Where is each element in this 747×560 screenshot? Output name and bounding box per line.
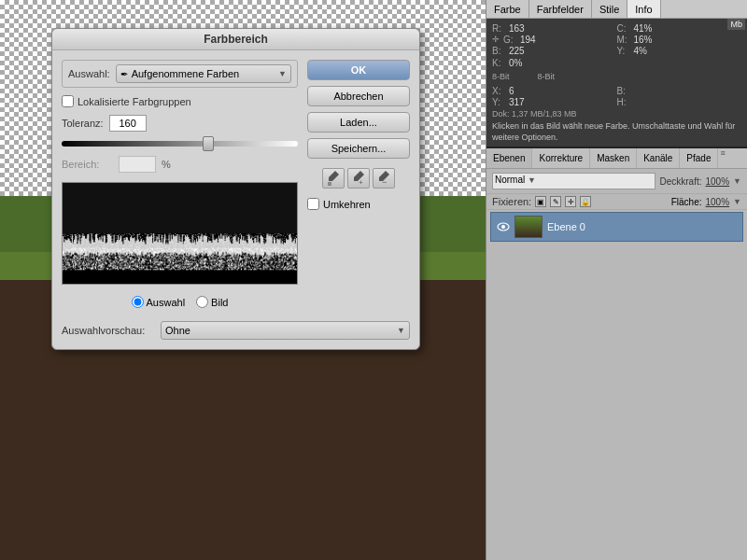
eyedropper-icon: ✒ bbox=[120, 69, 128, 79]
lokalisierte-label: Lokalisierte Farbgruppen bbox=[78, 96, 191, 107]
lokalisierte-row: Lokalisierte Farbgruppen bbox=[62, 95, 298, 107]
eyedropper-row: + − bbox=[307, 168, 410, 189]
tab-info[interactable]: Info bbox=[627, 0, 660, 18]
k-label: K: bbox=[492, 58, 505, 68]
radio-auswahl-input[interactable] bbox=[132, 296, 144, 308]
vorschau-label: Auswahlvorschau: bbox=[62, 325, 155, 336]
k-value: 0% bbox=[509, 58, 522, 68]
layer-name: Ebene 0 bbox=[547, 221, 737, 232]
eyedropper1-button[interactable] bbox=[322, 168, 345, 189]
b-label: B: bbox=[492, 46, 505, 56]
opacity-value[interactable]: 100% bbox=[706, 176, 730, 187]
g-value: 194 bbox=[520, 35, 536, 45]
flache-value[interactable]: 100% bbox=[706, 197, 730, 207]
blend-mode-arrow-icon: ▼ bbox=[528, 175, 536, 185]
dialog-title: Farbbereich bbox=[52, 29, 419, 50]
dialog-right: OK Abbrechen Laden... Speichern... + − U… bbox=[307, 60, 410, 310]
svg-rect-2 bbox=[328, 182, 331, 186]
b-value: 225 bbox=[509, 46, 525, 56]
mb-badge: Mb bbox=[727, 19, 745, 30]
toleranz-slider-track[interactable] bbox=[62, 141, 298, 147]
h-label: H: bbox=[617, 97, 630, 107]
umkehren-row: Umkehren bbox=[307, 198, 410, 210]
opacity-arrow-icon[interactable]: ▼ bbox=[733, 176, 741, 186]
svg-text:+: + bbox=[359, 178, 363, 186]
toleranz-slider-thumb[interactable] bbox=[203, 136, 214, 151]
layers-blend-bar: Normal ▼ Deckkraft: 100% ▼ bbox=[486, 169, 747, 194]
radio-bild[interactable]: Bild bbox=[196, 296, 228, 308]
bit-right: 8-Bit bbox=[538, 72, 556, 81]
fixieren-label: Fixieren: bbox=[492, 196, 531, 207]
layers-fixieren-bar: Fixieren: ▣ ✎ ✛ 🔒 Fläche: 100% ▼ bbox=[486, 194, 747, 210]
radio-auswahl[interactable]: Auswahl bbox=[132, 296, 186, 308]
y2-label: Y: bbox=[492, 97, 505, 107]
flache-label: Fläche: bbox=[671, 197, 702, 207]
tab-pfade[interactable]: Pfade bbox=[680, 148, 718, 168]
bereich-input[interactable] bbox=[119, 156, 156, 173]
eyedropper2-button[interactable]: + bbox=[347, 168, 370, 189]
layers-panel: Ebenen Korrekture Masken Kanäle Pfade ≡ … bbox=[486, 148, 747, 560]
preview-container bbox=[62, 182, 298, 285]
percent-label: % bbox=[162, 159, 171, 170]
info-note: Klicken in das Bild wählt neue Farbe. Um… bbox=[492, 121, 741, 143]
vorschau-select[interactable]: Ohne ▼ bbox=[161, 321, 410, 340]
y-value: 4% bbox=[634, 46, 647, 56]
fix-lock-icon[interactable]: 🔒 bbox=[580, 196, 591, 207]
info-g-row: ✛ G: 194 M: 16% bbox=[492, 35, 741, 45]
umkehren-label: Umkehren bbox=[323, 199, 371, 210]
bit-left: 8-Bit bbox=[492, 72, 510, 81]
info-xy-row: X: 6 B: bbox=[492, 86, 741, 96]
radio-bild-label: Bild bbox=[211, 297, 228, 308]
c-label: C: bbox=[617, 23, 630, 34]
ok-button[interactable]: OK bbox=[307, 60, 410, 80]
radio-auswahl-label: Auswahl bbox=[147, 297, 186, 308]
blend-mode-select[interactable]: Normal ▼ bbox=[492, 173, 655, 189]
tab-ebenen[interactable]: Ebenen bbox=[486, 148, 532, 168]
tab-masken[interactable]: Masken bbox=[590, 148, 637, 168]
laden-button[interactable]: Laden... bbox=[307, 112, 410, 133]
tab-farbfelder[interactable]: Farbfelder bbox=[529, 0, 592, 18]
tab-stile[interactable]: Stile bbox=[592, 0, 627, 18]
layer-visibility-icon[interactable] bbox=[497, 220, 510, 233]
layer-thumbnail bbox=[514, 216, 543, 238]
tab-farbe[interactable]: Farbe bbox=[486, 0, 529, 18]
info-b-row: B: 225 Y: 4% bbox=[492, 46, 741, 56]
tab-kanaele[interactable]: Kanäle bbox=[637, 148, 680, 168]
panel-menu-icon[interactable]: ≡ bbox=[720, 148, 725, 168]
radio-bild-input[interactable] bbox=[196, 296, 208, 308]
fix-move-icon[interactable]: ✛ bbox=[565, 196, 576, 207]
y-label: Y: bbox=[617, 46, 630, 56]
r-value: 163 bbox=[509, 23, 525, 34]
lokalisierte-checkbox[interactable] bbox=[62, 95, 74, 107]
flache-arrow-icon[interactable]: ▼ bbox=[733, 197, 741, 206]
eyedropper3-button[interactable]: − bbox=[373, 168, 395, 189]
auswahl-arrow-icon: ▼ bbox=[278, 69, 287, 78]
fix-transparent-icon[interactable]: ▣ bbox=[535, 196, 546, 207]
auswahl-label: Auswahl: bbox=[68, 68, 110, 79]
farbbereich-dialog: Farbbereich Auswahl: ✒ Aufgenommene Farb… bbox=[51, 28, 420, 350]
radio-row: Auswahl Bild bbox=[62, 296, 298, 308]
bereich-label: Bereich: bbox=[62, 159, 113, 170]
umkehren-checkbox[interactable] bbox=[307, 198, 319, 210]
vorschau-arrow-icon: ▼ bbox=[397, 326, 405, 335]
toleranz-row: Toleranz: bbox=[62, 115, 298, 132]
abbrechen-button[interactable]: Abbrechen bbox=[307, 86, 410, 106]
dialog-left: Auswahl: ✒ Aufgenommene Farben ▼ Lokalis… bbox=[62, 60, 298, 310]
tab-korrekture[interactable]: Korrekture bbox=[532, 148, 590, 168]
svg-point-1 bbox=[501, 225, 505, 229]
auswahl-group: Auswahl: ✒ Aufgenommene Farben ▼ bbox=[62, 60, 298, 88]
layer-item[interactable]: Ebene 0 bbox=[490, 212, 743, 242]
fix-brush-icon[interactable]: ✎ bbox=[550, 196, 561, 207]
m-value: 16% bbox=[634, 35, 653, 45]
opacity-label: Deckkraft: bbox=[659, 176, 701, 187]
crosshair-icon: ✛ bbox=[492, 35, 500, 45]
toleranz-label: Toleranz: bbox=[62, 118, 104, 129]
vorschau-value: Ohne bbox=[165, 325, 397, 336]
auswahl-select[interactable]: ✒ Aufgenommene Farben ▼ bbox=[116, 64, 291, 83]
m-label: M: bbox=[617, 35, 630, 45]
top-tab-bar: Farbe Farbfelder Stile Info bbox=[486, 0, 747, 19]
right-panel: Farbe Farbfelder Stile Info Mb R: 163 C:… bbox=[486, 0, 747, 560]
auswahl-row: Auswahl: ✒ Aufgenommene Farben ▼ bbox=[68, 64, 291, 83]
toleranz-input[interactable] bbox=[109, 115, 147, 132]
speichern-button[interactable]: Speichern... bbox=[307, 138, 410, 159]
